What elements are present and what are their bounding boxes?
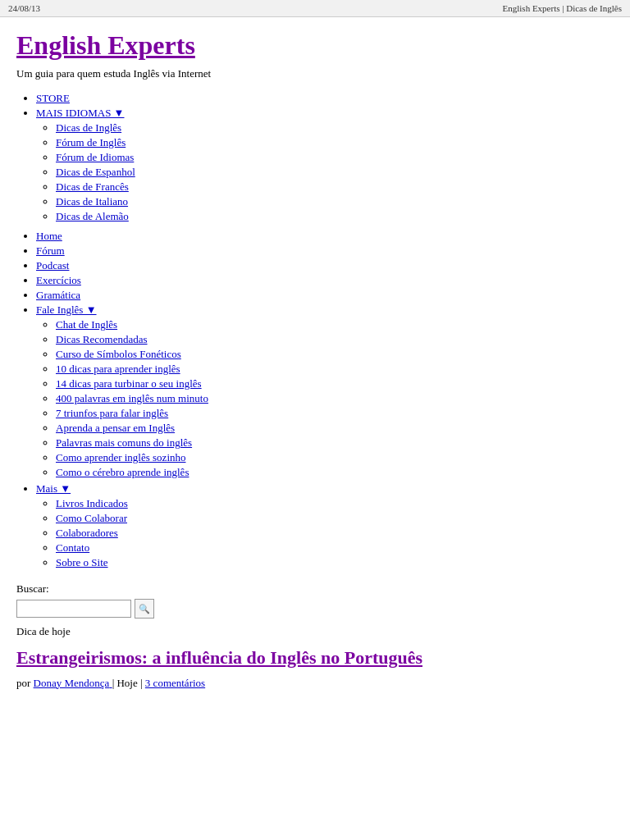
link-dicas-frances[interactable]: Dicas de Francês [56, 180, 129, 193]
search-row: 🔍 [16, 599, 614, 619]
nav-link-podcast[interactable]: Podcast [36, 259, 69, 272]
link-livros[interactable]: Livros Indicados [56, 497, 128, 509]
link-7-triunfos[interactable]: 7 triunfos para falar inglês [56, 407, 168, 419]
site-title: English Experts [16, 30, 195, 61]
link-dicas-alemao[interactable]: Dicas de Alemão [56, 210, 129, 222]
search-button[interactable]: 🔍 [135, 599, 154, 619]
submenu-item: Dicas de Italiano [56, 195, 614, 208]
submenu-item: Aprenda a pensar em Inglês [56, 422, 614, 435]
article-title-link[interactable]: Estrangeirismos: a influência do Inglês … [16, 654, 422, 666]
submenu-item: 10 dicas para aprender inglês [56, 363, 614, 376]
nav-link-mais-idiomas[interactable]: MAIS IDIOMAS ▼ [36, 107, 125, 119]
submenu-item: Dicas de Espanhol [56, 166, 614, 179]
link-cerebro-aprende[interactable]: Como o cérebro aprende inglês [56, 466, 189, 478]
link-palavras-comuns[interactable]: Palavras mais comuns do inglês [56, 436, 192, 449]
link-colaborar[interactable]: Como Colaborar [56, 512, 127, 524]
submenu-item: Como aprender inglês sozinho [56, 451, 614, 464]
article-comments: 3 comentários [145, 677, 205, 689]
submenu-item: Fórum de Inglês [56, 136, 614, 149]
submenu-item: Como o cérebro aprende inglês [56, 466, 614, 479]
submenu-item: Curso de Símbolos Fonéticos [56, 348, 614, 361]
nav-item-fale-ingles: Fale Inglês ▼ Chat de Inglês Dicas Recom… [36, 304, 614, 479]
link-chat-ingles[interactable]: Chat de Inglês [56, 318, 117, 331]
main-nav: STORE MAIS IDIOMAS ▼ Dicas de Inglês Fór… [16, 92, 614, 569]
submenu-item: Palavras mais comuns do inglês [56, 436, 614, 450]
link-curso-simbolos[interactable]: Curso de Símbolos Fonéticos [56, 348, 181, 360]
submenu-item: Livros Indicados [56, 497, 614, 510]
nav-link-exercicios[interactable]: Exercícios [36, 274, 81, 286]
link-sobre[interactable]: Sobre o Site [56, 556, 108, 568]
nav-item-mais-idiomas: MAIS IDIOMAS ▼ Dicas de Inglês Fórum de … [36, 107, 614, 223]
search-icon: 🔍 [139, 604, 150, 614]
mais-submenu: Livros Indicados Como Colaborar Colabora… [36, 497, 614, 569]
article-separator: | Hoje | [112, 677, 145, 689]
article-author-link[interactable]: Donay Mendonça [34, 677, 112, 689]
nav-link-store[interactable]: STORE [36, 92, 70, 104]
search-label: Buscar: [16, 582, 614, 596]
nav-link-fale-ingles[interactable]: Fale Inglês ▼ [36, 304, 97, 316]
article-title: Estrangeirismos: a influência do Inglês … [16, 646, 422, 670]
nav-item-forum: Fórum [36, 244, 614, 258]
submenu-item: Dicas de Inglês [56, 121, 614, 135]
link-contato[interactable]: Contato [56, 541, 89, 554]
browser-date: 24/08/13 [8, 3, 40, 13]
nav-link-gramatica[interactable]: Gramática [36, 289, 80, 301]
link-14-dicas[interactable]: 14 dicas para turbinar o seu inglês [56, 377, 202, 390]
submenu-item: Dicas Recomendadas [56, 333, 614, 346]
link-dicas-italiano[interactable]: Dicas de Italiano [56, 195, 128, 208]
site-subtitle: Um guia para quem estuda Inglês via Inte… [16, 67, 614, 80]
top-nav-list: STORE MAIS IDIOMAS ▼ Dicas de Inglês Fór… [16, 92, 614, 223]
submenu-item: Fórum de Idiomas [56, 151, 614, 164]
link-dicas-ingles[interactable]: Dicas de Inglês [56, 121, 121, 134]
dica-label: Dica de hoje [16, 625, 614, 638]
submenu-item: 400 palavras em inglês num minuto [56, 392, 614, 405]
submenu-item: Contato [56, 541, 614, 555]
nav-item-gramatica: Gramática [36, 289, 614, 302]
link-dicas-espanhol[interactable]: Dicas de Espanhol [56, 166, 135, 178]
nav-item-podcast: Podcast [36, 259, 614, 272]
link-400-palavras[interactable]: 400 palavras em inglês num minuto [56, 392, 208, 404]
nav-item-home: Home [36, 230, 614, 243]
submenu-item: Dicas de Francês [56, 180, 614, 194]
nav-item-mais: Mais ▼ Livros Indicados Como Colaborar C… [36, 482, 614, 569]
submenu-item: Como Colaborar [56, 512, 614, 525]
nav-item-exercicios: Exercícios [36, 274, 614, 287]
article-comments-link[interactable]: 3 comentários [145, 677, 205, 689]
submenu-item: Dicas de Alemão [56, 210, 614, 223]
mais-idiomas-submenu: Dicas de Inglês Fórum de Inglês Fórum de… [36, 121, 614, 223]
nav-link-home[interactable]: Home [36, 230, 62, 242]
article-by: por [16, 677, 30, 689]
site-title-link[interactable]: English Experts [16, 44, 195, 57]
link-forum-ingles[interactable]: Fórum de Inglês [56, 136, 126, 148]
nav-link-mais[interactable]: Mais ▼ [36, 482, 71, 495]
browser-bar: 24/08/13 English Experts | Dicas de Ingl… [0, 0, 630, 17]
link-como-aprender[interactable]: Como aprender inglês sozinho [56, 451, 186, 463]
submenu-item: 14 dicas para turbinar o seu inglês [56, 377, 614, 390]
link-dicas-recomendadas[interactable]: Dicas Recomendadas [56, 333, 148, 345]
article-author: Donay Mendonça [34, 677, 110, 689]
fale-ingles-submenu: Chat de Inglês Dicas Recomendadas Curso … [36, 318, 614, 479]
link-colaboradores[interactable]: Colaboradores [56, 527, 118, 539]
article-meta: por Donay Mendonça | Hoje | 3 comentário… [16, 677, 614, 690]
nav-link-forum[interactable]: Fórum [36, 244, 65, 257]
nav-item-store: STORE [36, 92, 614, 105]
browser-page-title: English Experts | Dicas de Inglês [503, 3, 622, 13]
link-forum-idiomas[interactable]: Fórum de Idiomas [56, 151, 134, 163]
page-content: English Experts Um guia para quem estuda… [0, 17, 630, 703]
main-nav-list: Home Fórum Podcast Exercícios Gramática … [16, 230, 614, 569]
submenu-item: Colaboradores [56, 527, 614, 540]
search-input[interactable] [16, 600, 131, 618]
submenu-item: Chat de Inglês [56, 318, 614, 331]
search-section: Buscar: 🔍 [16, 582, 614, 619]
link-aprenda-pensar[interactable]: Aprenda a pensar em Inglês [56, 422, 175, 434]
submenu-item: Sobre o Site [56, 556, 614, 569]
submenu-item: 7 triunfos para falar inglês [56, 407, 614, 420]
link-10-dicas[interactable]: 10 dicas para aprender inglês [56, 363, 180, 375]
